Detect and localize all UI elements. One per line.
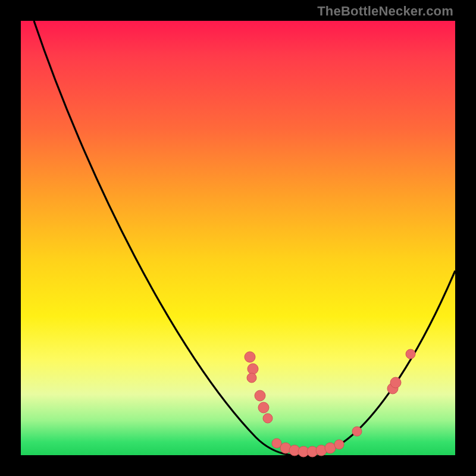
curve-marker (406, 349, 415, 359)
curve-marker (258, 402, 269, 413)
curve-marker (248, 364, 258, 374)
curve-marker (325, 443, 336, 453)
curve-marker (245, 352, 255, 362)
curve-marker (272, 439, 281, 448)
curve-marker (352, 427, 362, 436)
curve-markers (245, 349, 415, 457)
curve-marker (247, 373, 256, 383)
curve-marker (263, 414, 273, 423)
curve-marker (390, 377, 401, 388)
chart-frame: TheBottleNecker.com (0, 0, 476, 476)
curve-layer (21, 21, 455, 455)
curve-marker (334, 440, 344, 449)
curve-marker (255, 390, 265, 401)
attribution-watermark: TheBottleNecker.com (317, 4, 453, 19)
